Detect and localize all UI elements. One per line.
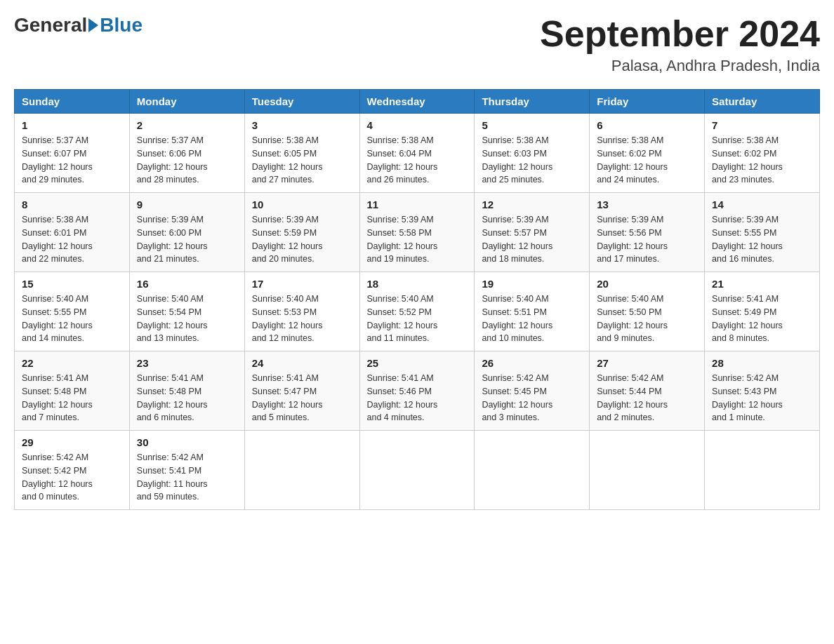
- logo: General Blue: [14, 14, 143, 36]
- day-info: Sunrise: 5:42 AMSunset: 5:44 PMDaylight:…: [597, 372, 697, 424]
- day-cell-13: 13Sunrise: 5:39 AMSunset: 5:56 PMDayligh…: [590, 193, 705, 272]
- day-number: 18: [367, 278, 468, 290]
- day-info: Sunrise: 5:41 AMSunset: 5:48 PMDaylight:…: [137, 372, 237, 424]
- header-thursday: Thursday: [475, 90, 590, 114]
- day-number: 20: [597, 278, 697, 290]
- day-number: 1: [22, 119, 122, 131]
- day-number: 3: [252, 119, 352, 131]
- day-info: Sunrise: 5:40 AMSunset: 5:54 PMDaylight:…: [137, 293, 237, 345]
- logo-blue-text: Blue: [100, 14, 143, 36]
- day-cell-21: 21Sunrise: 5:41 AMSunset: 5:49 PMDayligh…: [705, 272, 820, 351]
- day-cell-27: 27Sunrise: 5:42 AMSunset: 5:44 PMDayligh…: [590, 351, 705, 431]
- header-sunday: Sunday: [15, 90, 130, 114]
- day-cell-14: 14Sunrise: 5:39 AMSunset: 5:55 PMDayligh…: [705, 193, 820, 272]
- day-info: Sunrise: 5:39 AMSunset: 5:58 PMDaylight:…: [367, 213, 468, 266]
- day-info: Sunrise: 5:40 AMSunset: 5:51 PMDaylight:…: [482, 293, 582, 345]
- day-cell-22: 22Sunrise: 5:41 AMSunset: 5:48 PMDayligh…: [15, 351, 130, 431]
- day-number: 10: [252, 199, 352, 210]
- day-cell-20: 20Sunrise: 5:40 AMSunset: 5:50 PMDayligh…: [590, 272, 705, 351]
- day-cell-15: 15Sunrise: 5:40 AMSunset: 5:55 PMDayligh…: [15, 272, 130, 351]
- day-info: Sunrise: 5:39 AMSunset: 6:00 PMDaylight:…: [137, 213, 237, 266]
- day-number: 22: [22, 357, 122, 369]
- calendar-week-4: 22Sunrise: 5:41 AMSunset: 5:48 PMDayligh…: [15, 351, 820, 431]
- day-cell-18: 18Sunrise: 5:40 AMSunset: 5:52 PMDayligh…: [359, 272, 475, 351]
- day-info: Sunrise: 5:42 AMSunset: 5:45 PMDaylight:…: [482, 372, 582, 424]
- title-block: September 2024 Palasa, Andhra Pradesh, I…: [540, 14, 820, 75]
- day-info: Sunrise: 5:40 AMSunset: 5:55 PMDaylight:…: [22, 293, 122, 345]
- day-cell-29: 29Sunrise: 5:42 AMSunset: 5:42 PMDayligh…: [15, 431, 130, 510]
- month-title: September 2024: [540, 14, 820, 54]
- day-number: 30: [137, 436, 237, 448]
- day-cell-19: 19Sunrise: 5:40 AMSunset: 5:51 PMDayligh…: [475, 272, 590, 351]
- day-info: Sunrise: 5:42 AMSunset: 5:43 PMDaylight:…: [712, 372, 812, 424]
- day-number: 11: [367, 199, 468, 210]
- empty-cell: [244, 431, 359, 510]
- day-info: Sunrise: 5:41 AMSunset: 5:48 PMDaylight:…: [22, 372, 122, 424]
- calendar-week-2: 8Sunrise: 5:38 AMSunset: 6:01 PMDaylight…: [15, 193, 820, 272]
- day-number: 28: [712, 357, 812, 369]
- day-number: 24: [252, 357, 352, 369]
- day-number: 27: [597, 357, 697, 369]
- day-cell-30: 30Sunrise: 5:42 AMSunset: 5:41 PMDayligh…: [129, 431, 244, 510]
- calendar-week-1: 1Sunrise: 5:37 AMSunset: 6:07 PMDaylight…: [15, 114, 820, 193]
- day-number: 7: [712, 119, 812, 131]
- day-number: 16: [137, 278, 237, 290]
- day-number: 19: [482, 278, 582, 290]
- day-info: Sunrise: 5:41 AMSunset: 5:46 PMDaylight:…: [367, 372, 468, 424]
- day-info: Sunrise: 5:38 AMSunset: 6:04 PMDaylight:…: [367, 134, 468, 187]
- day-cell-8: 8Sunrise: 5:38 AMSunset: 6:01 PMDaylight…: [15, 193, 130, 272]
- day-cell-6: 6Sunrise: 5:38 AMSunset: 6:02 PMDaylight…: [590, 114, 705, 193]
- day-number: 4: [367, 119, 468, 131]
- day-info: Sunrise: 5:42 AMSunset: 5:41 PMDaylight:…: [137, 451, 237, 504]
- calendar-table: Sunday Monday Tuesday Wednesday Thursday…: [14, 89, 820, 510]
- day-info: Sunrise: 5:38 AMSunset: 6:01 PMDaylight:…: [22, 213, 122, 266]
- empty-cell: [359, 431, 475, 510]
- day-info: Sunrise: 5:39 AMSunset: 5:56 PMDaylight:…: [597, 213, 697, 266]
- day-info: Sunrise: 5:39 AMSunset: 5:55 PMDaylight:…: [712, 213, 812, 266]
- day-info: Sunrise: 5:38 AMSunset: 6:05 PMDaylight:…: [252, 134, 352, 187]
- day-info: Sunrise: 5:39 AMSunset: 5:57 PMDaylight:…: [482, 213, 582, 266]
- day-number: 29: [22, 436, 122, 448]
- day-info: Sunrise: 5:38 AMSunset: 6:03 PMDaylight:…: [482, 134, 582, 187]
- header-friday: Friday: [590, 90, 705, 114]
- empty-cell: [705, 431, 820, 510]
- day-info: Sunrise: 5:38 AMSunset: 6:02 PMDaylight:…: [712, 134, 812, 187]
- day-number: 26: [482, 357, 582, 369]
- day-cell-5: 5Sunrise: 5:38 AMSunset: 6:03 PMDaylight…: [475, 114, 590, 193]
- day-cell-25: 25Sunrise: 5:41 AMSunset: 5:46 PMDayligh…: [359, 351, 475, 431]
- day-info: Sunrise: 5:40 AMSunset: 5:53 PMDaylight:…: [252, 293, 352, 345]
- day-number: 6: [597, 119, 697, 131]
- day-cell-23: 23Sunrise: 5:41 AMSunset: 5:48 PMDayligh…: [129, 351, 244, 431]
- day-number: 15: [22, 278, 122, 290]
- header-tuesday: Tuesday: [244, 90, 359, 114]
- day-number: 5: [482, 119, 582, 131]
- day-cell-2: 2Sunrise: 5:37 AMSunset: 6:06 PMDaylight…: [129, 114, 244, 193]
- day-cell-10: 10Sunrise: 5:39 AMSunset: 5:59 PMDayligh…: [244, 193, 359, 272]
- day-info: Sunrise: 5:40 AMSunset: 5:52 PMDaylight:…: [367, 293, 468, 345]
- day-info: Sunrise: 5:42 AMSunset: 5:42 PMDaylight:…: [22, 451, 122, 504]
- logo-general-text: General: [14, 14, 87, 36]
- day-info: Sunrise: 5:37 AMSunset: 6:07 PMDaylight:…: [22, 134, 122, 187]
- day-cell-12: 12Sunrise: 5:39 AMSunset: 5:57 PMDayligh…: [475, 193, 590, 272]
- day-number: 14: [712, 199, 812, 210]
- day-number: 8: [22, 199, 122, 210]
- day-number: 23: [137, 357, 237, 369]
- day-cell-28: 28Sunrise: 5:42 AMSunset: 5:43 PMDayligh…: [705, 351, 820, 431]
- day-number: 2: [137, 119, 237, 131]
- empty-cell: [475, 431, 590, 510]
- header-wednesday: Wednesday: [359, 90, 475, 114]
- day-info: Sunrise: 5:41 AMSunset: 5:49 PMDaylight:…: [712, 293, 812, 345]
- day-number: 25: [367, 357, 468, 369]
- day-number: 17: [252, 278, 352, 290]
- day-cell-16: 16Sunrise: 5:40 AMSunset: 5:54 PMDayligh…: [129, 272, 244, 351]
- day-info: Sunrise: 5:38 AMSunset: 6:02 PMDaylight:…: [597, 134, 697, 187]
- calendar-header-row: Sunday Monday Tuesday Wednesday Thursday…: [15, 90, 820, 114]
- header-monday: Monday: [129, 90, 244, 114]
- day-info: Sunrise: 5:37 AMSunset: 6:06 PMDaylight:…: [137, 134, 237, 187]
- page-header: General Blue September 2024 Palasa, Andh…: [14, 14, 820, 75]
- day-cell-4: 4Sunrise: 5:38 AMSunset: 6:04 PMDaylight…: [359, 114, 475, 193]
- calendar-week-3: 15Sunrise: 5:40 AMSunset: 5:55 PMDayligh…: [15, 272, 820, 351]
- calendar-week-5: 29Sunrise: 5:42 AMSunset: 5:42 PMDayligh…: [15, 431, 820, 510]
- day-cell-24: 24Sunrise: 5:41 AMSunset: 5:47 PMDayligh…: [244, 351, 359, 431]
- day-cell-1: 1Sunrise: 5:37 AMSunset: 6:07 PMDaylight…: [15, 114, 130, 193]
